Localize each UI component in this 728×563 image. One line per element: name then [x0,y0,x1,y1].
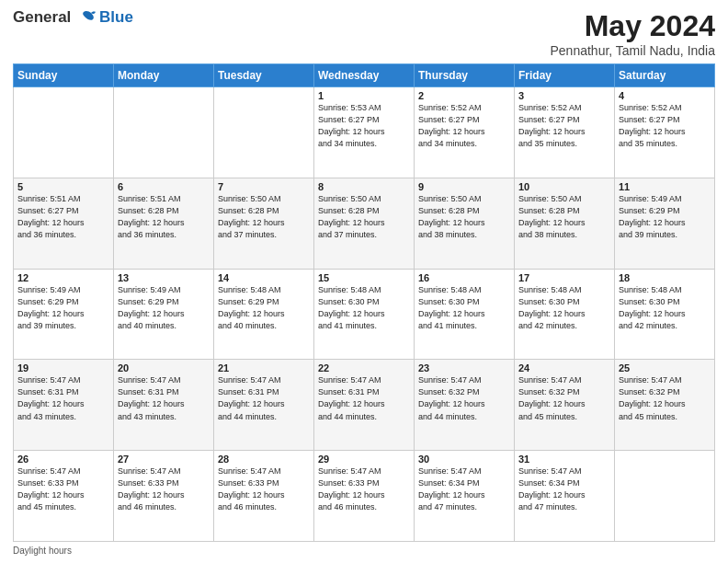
day-number: 15 [318,272,410,283]
calendar-cell: 13Sunrise: 5:49 AM Sunset: 6:29 PM Dayli… [114,269,214,360]
logo-general: General [13,8,71,26]
calendar-cell: 28Sunrise: 5:47 AM Sunset: 6:33 PM Dayli… [214,451,314,542]
day-info: Sunrise: 5:50 AM Sunset: 6:28 PM Dayligh… [418,193,510,241]
footer: Daylight hours [13,546,715,556]
day-info: Sunrise: 5:47 AM Sunset: 6:31 PM Dayligh… [118,374,210,422]
day-number: 29 [318,454,410,465]
day-number: 9 [418,181,510,192]
day-info: Sunrise: 5:52 AM Sunset: 6:27 PM Dayligh… [619,102,711,150]
day-number: 24 [518,362,610,373]
day-number: 30 [418,454,510,465]
col-wednesday: Wednesday [314,64,415,87]
calendar-cell: 20Sunrise: 5:47 AM Sunset: 6:31 PM Dayli… [114,360,214,451]
calendar-body: 1Sunrise: 5:53 AM Sunset: 6:27 PM Daylig… [14,87,715,542]
calendar-cell: 7Sunrise: 5:50 AM Sunset: 6:28 PM Daylig… [214,178,314,269]
calendar-cell: 10Sunrise: 5:50 AM Sunset: 6:28 PM Dayli… [515,178,615,269]
daylight-label: Daylight hours [13,546,72,556]
calendar-cell: 15Sunrise: 5:48 AM Sunset: 6:30 PM Dayli… [314,269,415,360]
page: General Blue May 2024 Pennathur, Tamil N… [0,0,728,563]
day-info: Sunrise: 5:49 AM Sunset: 6:29 PM Dayligh… [619,193,711,241]
calendar-table: Sunday Monday Tuesday Wednesday Thursday… [13,63,715,542]
calendar-cell: 16Sunrise: 5:48 AM Sunset: 6:30 PM Dayli… [415,269,515,360]
calendar-cell: 26Sunrise: 5:47 AM Sunset: 6:33 PM Dayli… [14,451,114,542]
day-info: Sunrise: 5:47 AM Sunset: 6:33 PM Dayligh… [318,465,410,513]
col-thursday: Thursday [415,64,515,87]
day-number: 22 [318,362,410,373]
day-number: 18 [619,272,711,283]
day-info: Sunrise: 5:48 AM Sunset: 6:30 PM Dayligh… [518,284,610,332]
calendar-cell: 31Sunrise: 5:47 AM Sunset: 6:34 PM Dayli… [515,451,615,542]
day-number: 19 [17,362,109,373]
calendar-cell: 11Sunrise: 5:49 AM Sunset: 6:29 PM Dayli… [615,178,715,269]
calendar-cell: 12Sunrise: 5:49 AM Sunset: 6:29 PM Dayli… [14,269,114,360]
calendar-cell [14,87,114,178]
day-info: Sunrise: 5:53 AM Sunset: 6:27 PM Dayligh… [318,102,410,150]
day-number: 6 [118,181,210,192]
day-info: Sunrise: 5:47 AM Sunset: 6:32 PM Dayligh… [518,374,610,422]
day-number: 4 [619,90,711,101]
calendar-cell: 19Sunrise: 5:47 AM Sunset: 6:31 PM Dayli… [14,360,114,451]
day-info: Sunrise: 5:47 AM Sunset: 6:33 PM Dayligh… [218,465,310,513]
day-info: Sunrise: 5:47 AM Sunset: 6:34 PM Dayligh… [418,465,510,513]
day-info: Sunrise: 5:47 AM Sunset: 6:32 PM Dayligh… [418,374,510,422]
day-number: 21 [218,362,310,373]
day-info: Sunrise: 5:47 AM Sunset: 6:31 PM Dayligh… [17,374,109,422]
logo-blue: Blue [99,9,133,27]
day-info: Sunrise: 5:48 AM Sunset: 6:29 PM Dayligh… [218,284,310,332]
calendar-cell: 25Sunrise: 5:47 AM Sunset: 6:32 PM Dayli… [615,360,715,451]
day-number: 20 [118,362,210,373]
day-number: 2 [418,90,510,101]
calendar-cell: 23Sunrise: 5:47 AM Sunset: 6:32 PM Dayli… [415,360,515,451]
day-number: 25 [619,362,711,373]
calendar-cell: 1Sunrise: 5:53 AM Sunset: 6:27 PM Daylig… [314,87,415,178]
logo-bird-icon [76,10,97,27]
day-info: Sunrise: 5:47 AM Sunset: 6:34 PM Dayligh… [518,465,610,513]
day-number: 27 [118,454,210,465]
calendar-cell: 14Sunrise: 5:48 AM Sunset: 6:29 PM Dayli… [214,269,314,360]
calendar-week-5: 26Sunrise: 5:47 AM Sunset: 6:33 PM Dayli… [14,451,715,542]
day-info: Sunrise: 5:47 AM Sunset: 6:31 PM Dayligh… [218,374,310,422]
calendar-cell: 4Sunrise: 5:52 AM Sunset: 6:27 PM Daylig… [615,87,715,178]
calendar-cell: 30Sunrise: 5:47 AM Sunset: 6:34 PM Dayli… [415,451,515,542]
header-row: Sunday Monday Tuesday Wednesday Thursday… [14,64,715,87]
day-info: Sunrise: 5:50 AM Sunset: 6:28 PM Dayligh… [218,193,310,241]
day-info: Sunrise: 5:47 AM Sunset: 6:33 PM Dayligh… [17,465,109,513]
logo: General Blue [13,9,133,27]
col-tuesday: Tuesday [214,64,314,87]
calendar-cell: 8Sunrise: 5:50 AM Sunset: 6:28 PM Daylig… [314,178,415,269]
day-number: 7 [218,181,310,192]
title-area: May 2024 Pennathur, Tamil Nadu, India [550,9,715,58]
day-info: Sunrise: 5:50 AM Sunset: 6:28 PM Dayligh… [318,193,410,241]
day-number: 11 [619,181,711,192]
day-info: Sunrise: 5:50 AM Sunset: 6:28 PM Dayligh… [518,193,610,241]
day-number: 3 [518,90,610,101]
calendar-week-4: 19Sunrise: 5:47 AM Sunset: 6:31 PM Dayli… [14,360,715,451]
main-title: May 2024 [550,9,715,43]
day-number: 8 [318,181,410,192]
day-number: 16 [418,272,510,283]
day-number: 23 [418,362,510,373]
calendar-cell [214,87,314,178]
day-number: 12 [17,272,109,283]
calendar-week-1: 1Sunrise: 5:53 AM Sunset: 6:27 PM Daylig… [14,87,715,178]
day-info: Sunrise: 5:51 AM Sunset: 6:28 PM Dayligh… [118,193,210,241]
day-info: Sunrise: 5:49 AM Sunset: 6:29 PM Dayligh… [118,284,210,332]
calendar-cell: 24Sunrise: 5:47 AM Sunset: 6:32 PM Dayli… [515,360,615,451]
calendar-cell: 27Sunrise: 5:47 AM Sunset: 6:33 PM Dayli… [114,451,214,542]
day-number: 17 [518,272,610,283]
day-info: Sunrise: 5:47 AM Sunset: 6:32 PM Dayligh… [619,374,711,422]
day-info: Sunrise: 5:47 AM Sunset: 6:31 PM Dayligh… [318,374,410,422]
day-number: 14 [218,272,310,283]
col-friday: Friday [515,64,615,87]
calendar-cell: 17Sunrise: 5:48 AM Sunset: 6:30 PM Dayli… [515,269,615,360]
calendar-cell: 6Sunrise: 5:51 AM Sunset: 6:28 PM Daylig… [114,178,214,269]
day-info: Sunrise: 5:49 AM Sunset: 6:29 PM Dayligh… [17,284,109,332]
day-info: Sunrise: 5:48 AM Sunset: 6:30 PM Dayligh… [619,284,711,332]
header: General Blue May 2024 Pennathur, Tamil N… [13,9,715,58]
day-info: Sunrise: 5:52 AM Sunset: 6:27 PM Dayligh… [518,102,610,150]
day-number: 1 [318,90,410,101]
calendar-cell: 5Sunrise: 5:51 AM Sunset: 6:27 PM Daylig… [14,178,114,269]
calendar-cell: 2Sunrise: 5:52 AM Sunset: 6:27 PM Daylig… [415,87,515,178]
col-monday: Monday [114,64,214,87]
day-number: 28 [218,454,310,465]
